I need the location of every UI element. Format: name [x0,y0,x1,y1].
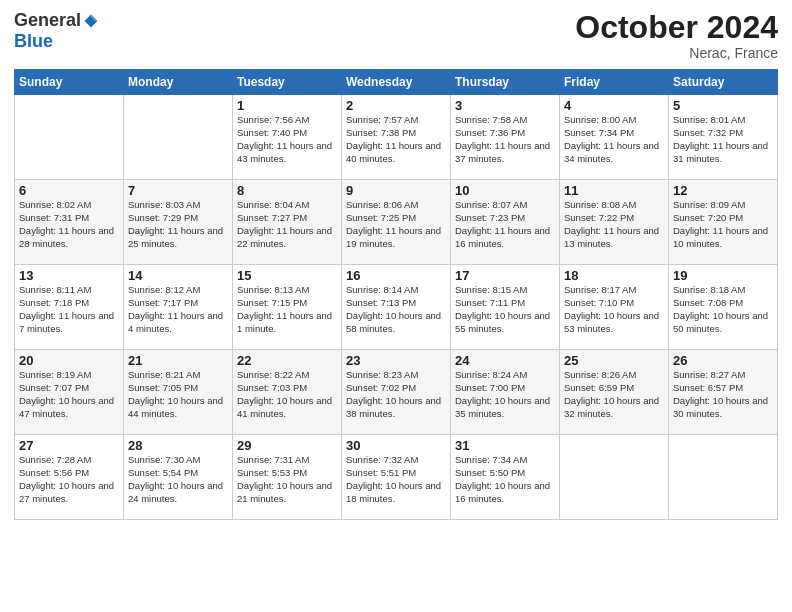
day-detail: Sunrise: 8:17 AMSunset: 7:10 PMDaylight:… [564,284,664,335]
calendar-cell: 6Sunrise: 8:02 AMSunset: 7:31 PMDaylight… [15,180,124,265]
day-detail: Sunrise: 7:57 AMSunset: 7:38 PMDaylight:… [346,114,446,165]
day-number: 12 [673,183,773,198]
day-number: 11 [564,183,664,198]
calendar-cell: 7Sunrise: 8:03 AMSunset: 7:29 PMDaylight… [124,180,233,265]
day-number: 31 [455,438,555,453]
day-number: 1 [237,98,337,113]
week-row-4: 20Sunrise: 8:19 AMSunset: 7:07 PMDayligh… [15,350,778,435]
month-title: October 2024 [575,10,778,45]
day-detail: Sunrise: 8:15 AMSunset: 7:11 PMDaylight:… [455,284,555,335]
day-number: 24 [455,353,555,368]
calendar-cell [124,95,233,180]
day-number: 8 [237,183,337,198]
day-number: 22 [237,353,337,368]
day-detail: Sunrise: 7:31 AMSunset: 5:53 PMDaylight:… [237,454,337,505]
day-detail: Sunrise: 8:21 AMSunset: 7:05 PMDaylight:… [128,369,228,420]
calendar-cell: 20Sunrise: 8:19 AMSunset: 7:07 PMDayligh… [15,350,124,435]
logo-icon [83,13,99,29]
calendar-cell: 1Sunrise: 7:56 AMSunset: 7:40 PMDaylight… [233,95,342,180]
day-detail: Sunrise: 7:32 AMSunset: 5:51 PMDaylight:… [346,454,446,505]
calendar-cell: 2Sunrise: 7:57 AMSunset: 7:38 PMDaylight… [342,95,451,180]
day-number: 29 [237,438,337,453]
location-subtitle: Nerac, France [575,45,778,61]
day-detail: Sunrise: 8:06 AMSunset: 7:25 PMDaylight:… [346,199,446,250]
calendar-cell: 12Sunrise: 8:09 AMSunset: 7:20 PMDayligh… [669,180,778,265]
header-row: Sunday Monday Tuesday Wednesday Thursday… [15,70,778,95]
day-detail: Sunrise: 8:04 AMSunset: 7:27 PMDaylight:… [237,199,337,250]
page: General Blue October 2024 Nerac, France … [0,0,792,612]
day-detail: Sunrise: 8:24 AMSunset: 7:00 PMDaylight:… [455,369,555,420]
col-thursday: Thursday [451,70,560,95]
day-detail: Sunrise: 8:09 AMSunset: 7:20 PMDaylight:… [673,199,773,250]
calendar-cell: 4Sunrise: 8:00 AMSunset: 7:34 PMDaylight… [560,95,669,180]
calendar-cell: 17Sunrise: 8:15 AMSunset: 7:11 PMDayligh… [451,265,560,350]
day-number: 21 [128,353,228,368]
calendar-table: Sunday Monday Tuesday Wednesday Thursday… [14,69,778,520]
logo-general-text: General [14,10,81,31]
day-detail: Sunrise: 8:13 AMSunset: 7:15 PMDaylight:… [237,284,337,335]
calendar-cell: 30Sunrise: 7:32 AMSunset: 5:51 PMDayligh… [342,435,451,520]
day-detail: Sunrise: 8:02 AMSunset: 7:31 PMDaylight:… [19,199,119,250]
day-detail: Sunrise: 8:14 AMSunset: 7:13 PMDaylight:… [346,284,446,335]
week-row-1: 1Sunrise: 7:56 AMSunset: 7:40 PMDaylight… [15,95,778,180]
week-row-2: 6Sunrise: 8:02 AMSunset: 7:31 PMDaylight… [15,180,778,265]
logo-blue-text: Blue [14,31,53,52]
day-detail: Sunrise: 7:28 AMSunset: 5:56 PMDaylight:… [19,454,119,505]
day-number: 23 [346,353,446,368]
col-saturday: Saturday [669,70,778,95]
calendar-cell: 27Sunrise: 7:28 AMSunset: 5:56 PMDayligh… [15,435,124,520]
day-number: 17 [455,268,555,283]
day-number: 19 [673,268,773,283]
day-number: 7 [128,183,228,198]
calendar-cell: 3Sunrise: 7:58 AMSunset: 7:36 PMDaylight… [451,95,560,180]
day-number: 2 [346,98,446,113]
day-number: 18 [564,268,664,283]
day-number: 20 [19,353,119,368]
title-area: October 2024 Nerac, France [575,10,778,61]
day-number: 25 [564,353,664,368]
calendar-cell: 23Sunrise: 8:23 AMSunset: 7:02 PMDayligh… [342,350,451,435]
calendar-cell: 8Sunrise: 8:04 AMSunset: 7:27 PMDaylight… [233,180,342,265]
day-number: 14 [128,268,228,283]
col-wednesday: Wednesday [342,70,451,95]
calendar-cell: 22Sunrise: 8:22 AMSunset: 7:03 PMDayligh… [233,350,342,435]
day-detail: Sunrise: 8:27 AMSunset: 6:57 PMDaylight:… [673,369,773,420]
day-detail: Sunrise: 8:03 AMSunset: 7:29 PMDaylight:… [128,199,228,250]
day-number: 27 [19,438,119,453]
week-row-3: 13Sunrise: 8:11 AMSunset: 7:18 PMDayligh… [15,265,778,350]
calendar-cell: 14Sunrise: 8:12 AMSunset: 7:17 PMDayligh… [124,265,233,350]
day-detail: Sunrise: 8:22 AMSunset: 7:03 PMDaylight:… [237,369,337,420]
day-number: 9 [346,183,446,198]
calendar-cell: 29Sunrise: 7:31 AMSunset: 5:53 PMDayligh… [233,435,342,520]
calendar-cell [560,435,669,520]
day-number: 3 [455,98,555,113]
day-detail: Sunrise: 7:30 AMSunset: 5:54 PMDaylight:… [128,454,228,505]
day-detail: Sunrise: 8:23 AMSunset: 7:02 PMDaylight:… [346,369,446,420]
day-detail: Sunrise: 8:18 AMSunset: 7:08 PMDaylight:… [673,284,773,335]
calendar-cell: 9Sunrise: 8:06 AMSunset: 7:25 PMDaylight… [342,180,451,265]
day-detail: Sunrise: 8:07 AMSunset: 7:23 PMDaylight:… [455,199,555,250]
calendar-cell: 15Sunrise: 8:13 AMSunset: 7:15 PMDayligh… [233,265,342,350]
day-number: 10 [455,183,555,198]
calendar-cell: 26Sunrise: 8:27 AMSunset: 6:57 PMDayligh… [669,350,778,435]
day-number: 16 [346,268,446,283]
calendar-cell: 24Sunrise: 8:24 AMSunset: 7:00 PMDayligh… [451,350,560,435]
col-friday: Friday [560,70,669,95]
day-detail: Sunrise: 7:56 AMSunset: 7:40 PMDaylight:… [237,114,337,165]
day-number: 26 [673,353,773,368]
day-number: 4 [564,98,664,113]
calendar-cell: 16Sunrise: 8:14 AMSunset: 7:13 PMDayligh… [342,265,451,350]
day-number: 28 [128,438,228,453]
day-number: 30 [346,438,446,453]
day-detail: Sunrise: 8:26 AMSunset: 6:59 PMDaylight:… [564,369,664,420]
calendar-cell: 25Sunrise: 8:26 AMSunset: 6:59 PMDayligh… [560,350,669,435]
calendar-cell: 28Sunrise: 7:30 AMSunset: 5:54 PMDayligh… [124,435,233,520]
calendar-cell: 31Sunrise: 7:34 AMSunset: 5:50 PMDayligh… [451,435,560,520]
calendar-cell [669,435,778,520]
calendar-cell: 13Sunrise: 8:11 AMSunset: 7:18 PMDayligh… [15,265,124,350]
day-detail: Sunrise: 7:34 AMSunset: 5:50 PMDaylight:… [455,454,555,505]
calendar-cell: 11Sunrise: 8:08 AMSunset: 7:22 PMDayligh… [560,180,669,265]
calendar-cell [15,95,124,180]
day-number: 13 [19,268,119,283]
col-tuesday: Tuesday [233,70,342,95]
